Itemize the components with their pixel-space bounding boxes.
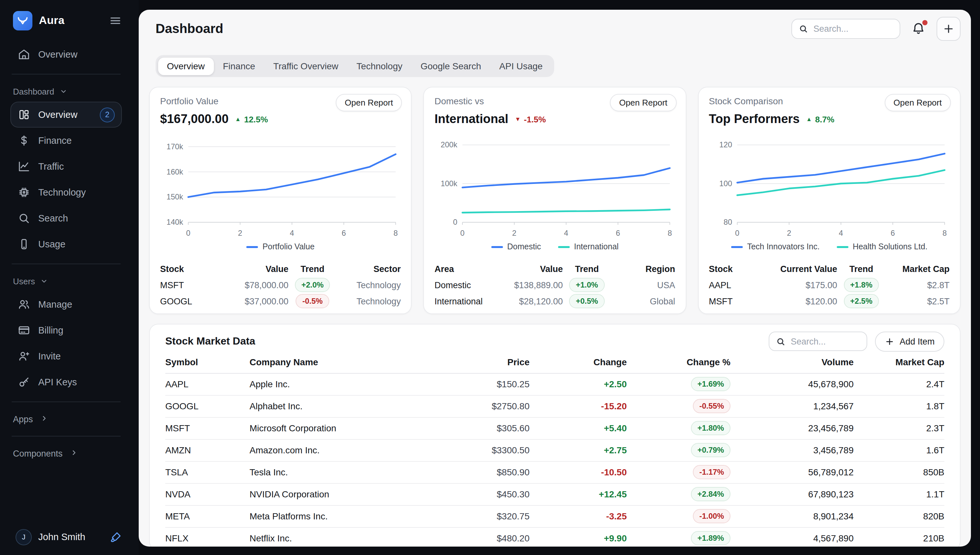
chip-icon: [18, 186, 31, 199]
sidebar-divider: [12, 263, 121, 264]
table-search[interactable]: [769, 332, 867, 351]
table-row: AAPLApple Inc.$150.25+2.50+1.69%45,678,9…: [165, 374, 945, 396]
table-row: METAMeta Platforms Inc.$320.75-3.25-1.00…: [165, 506, 945, 528]
layout-icon: [18, 108, 31, 121]
stock-market-card: Stock Market Data Add Item: [149, 324, 961, 547]
sidebar-item-technology[interactable]: Technology: [10, 180, 122, 205]
phone-icon: [18, 238, 31, 250]
sidebar-item-overview[interactable]: Overview2: [10, 102, 122, 128]
stock-market-table: SymbolCompany NamePriceChangeChange %Vol…: [165, 352, 945, 547]
svg-text:200k: 200k: [441, 141, 458, 149]
open-report-button[interactable]: Open Report: [884, 94, 951, 111]
brand-name: Aura: [39, 14, 64, 27]
table-search-input[interactable]: [791, 337, 860, 346]
trend-indicator: ▲12.5%: [235, 114, 268, 124]
legend-item: Portfolio Value: [246, 242, 315, 252]
sidebar-group-users[interactable]: Users: [10, 271, 122, 292]
svg-text:2: 2: [787, 229, 791, 237]
sidebar-item-usage[interactable]: Usage: [10, 231, 122, 257]
line-chart-icon: [18, 160, 31, 173]
mini-table-header: AreaValueTrendRegion: [434, 261, 675, 277]
tab-finance[interactable]: Finance: [214, 57, 264, 75]
menu-icon[interactable]: [109, 14, 122, 27]
legend-item: International: [558, 242, 619, 252]
svg-text:80: 80: [723, 218, 732, 226]
svg-text:4: 4: [290, 229, 294, 237]
svg-text:8: 8: [393, 229, 397, 237]
mini-table-header: StockValueTrendSector: [160, 261, 401, 277]
chevron-right-icon: [69, 448, 78, 459]
tab-api-usage[interactable]: API Usage: [490, 57, 552, 75]
card-stock-comparison: Stock ComparisonOpen ReportTop Performer…: [698, 87, 961, 314]
open-report-button[interactable]: Open Report: [610, 94, 676, 111]
sidebar-divider: [12, 436, 121, 436]
card-domestic-vs: Domestic vsOpen ReportInternational▼-1.5…: [423, 87, 686, 314]
table-row: GOOGLAlphabet Inc.$2750.80-15.20-0.55%1,…: [165, 396, 945, 418]
legend-item: Domestic: [491, 242, 541, 252]
svg-text:100: 100: [719, 180, 732, 188]
mini-table-row: AAPL$175.00+1.8%$2.8T: [709, 277, 949, 294]
chart: 200k100k002468: [434, 130, 675, 239]
sidebar-divider: [12, 401, 121, 402]
svg-text:2: 2: [238, 229, 242, 237]
sidebar-item-api-keys[interactable]: API Keys: [10, 369, 122, 395]
sidebar-item-search[interactable]: Search: [10, 205, 122, 231]
sidebar-item-finance[interactable]: Finance: [10, 128, 122, 154]
plus-icon: [885, 337, 895, 346]
header-search-input[interactable]: [813, 24, 893, 33]
chevron-down-icon: [40, 276, 48, 286]
mini-table: StockValueTrendSectorMSFT$78,000.00+2.0%…: [160, 261, 401, 310]
legend-item: Health Solutions Ltd.: [837, 242, 927, 252]
add-button[interactable]: [937, 16, 961, 40]
chart: 170k160k150k140k02468: [160, 130, 401, 239]
tab-overview[interactable]: Overview: [158, 57, 214, 75]
paintbrush-icon[interactable]: [109, 531, 122, 543]
sidebar-link-apps[interactable]: Apps: [10, 409, 122, 429]
svg-text:140k: 140k: [167, 218, 183, 226]
mini-table-row: MSFT$78,000.00+2.0%Technology: [160, 277, 401, 294]
table-row: NVDANVIDIA Corporation$450.30+12.45+2.84…: [165, 484, 945, 506]
tab-bar: OverviewFinanceTraffic OverviewTechnolog…: [156, 55, 554, 77]
sidebar-nav: OverviewDashboardOverview2FinanceTraffic…: [10, 42, 122, 464]
sidebar-item-manage[interactable]: Manage: [10, 292, 122, 317]
chevron-right-icon: [40, 414, 48, 425]
card-value: Top Performers: [709, 112, 800, 126]
svg-text:6: 6: [616, 229, 620, 237]
open-report-button[interactable]: Open Report: [336, 94, 402, 111]
sidebar-item-invite[interactable]: Invite: [10, 343, 122, 369]
page-title: Dashboard: [156, 21, 223, 36]
user-plus-icon: [18, 350, 31, 363]
sidebar-divider: [12, 74, 121, 74]
table-row: AMZNAmazon.com Inc.$3300.50+2.75+0.79%3,…: [165, 440, 945, 462]
chart-legend: DomesticInternational: [434, 242, 675, 253]
home-icon: [18, 48, 31, 61]
sidebar-item-traffic[interactable]: Traffic: [10, 154, 122, 180]
sidebar-link-components[interactable]: Components: [10, 443, 122, 464]
tab-technology[interactable]: Technology: [348, 57, 412, 75]
topbar: Dashboard: [149, 18, 961, 39]
main-panel: Dashboard: [139, 10, 971, 547]
add-item-button[interactable]: Add Item: [875, 332, 945, 352]
user-profile[interactable]: J John Smith: [0, 525, 139, 555]
svg-text:120: 120: [719, 141, 732, 149]
sidebar-item-billing[interactable]: Billing: [10, 317, 122, 343]
sidebar-group-dashboard[interactable]: Dashboard: [10, 81, 122, 102]
svg-text:2: 2: [512, 229, 517, 237]
mini-table-row: MSFT$120.00+2.5%$2.5T: [709, 294, 949, 310]
search-icon: [776, 337, 785, 346]
header-search[interactable]: [792, 18, 900, 38]
mini-table-row: GOOGL$37,000.00-0.5%Technology: [160, 294, 401, 310]
users-icon: [18, 298, 31, 311]
tab-google-search[interactable]: Google Search: [412, 57, 490, 75]
svg-text:100k: 100k: [441, 180, 458, 188]
tab-traffic-overview[interactable]: Traffic Overview: [264, 57, 348, 75]
legend-item: Tech Innovators Inc.: [731, 242, 819, 252]
sidebar: Aura OverviewDashboardOverview2FinanceTr…: [0, 0, 139, 555]
mini-table-row: International$28,120.00+0.5%Global: [434, 294, 675, 310]
notifications-bell-icon[interactable]: [911, 21, 925, 35]
table-header-row: SymbolCompany NamePriceChangeChange %Vol…: [165, 352, 945, 374]
user-name: John Smith: [38, 532, 85, 542]
sidebar-item-overview[interactable]: Overview: [10, 42, 122, 67]
mini-table-row: Domestic$138,889.00+1.0%USA: [434, 277, 675, 294]
cards-row: Portfolio ValueOpen Report$167,000.00▲12…: [149, 87, 961, 314]
